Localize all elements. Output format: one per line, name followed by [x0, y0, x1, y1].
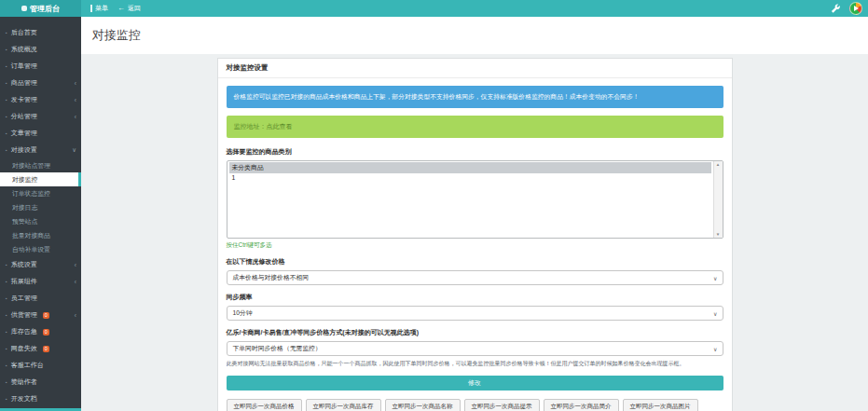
ctrl-multiselect-hint: 按住Ctrl键可多选: [227, 241, 723, 250]
gear-icon: ▪: [6, 262, 7, 267]
frequency-select[interactable]: 10分钟 ∨: [227, 306, 723, 321]
brand-label: 管理后台: [30, 4, 60, 14]
scroll-down-icon[interactable]: ▼: [716, 232, 720, 237]
sidebar-item-staff[interactable]: ▪员工管理: [0, 290, 81, 307]
chevron-left-icon: ‹: [75, 279, 76, 285]
sidebar-item-service-workbench[interactable]: ▪客服工作台: [0, 357, 81, 374]
sidebar-item-sponsor[interactable]: ▪赞助作者: [0, 374, 81, 390]
sidebar-item-supply[interactable]: ▪供货管理0‹: [0, 307, 81, 323]
sidebar-item-orders[interactable]: ▪订单管理: [0, 58, 81, 75]
sidebar-item-articles[interactable]: ▪文章管理: [0, 125, 81, 142]
back-button[interactable]: ← 返回: [117, 4, 141, 13]
sync-image-button[interactable]: 立即同步一次商品图片: [623, 399, 698, 411]
chevron-left-icon: ‹: [75, 114, 76, 120]
condition-select[interactable]: 成本价格与对接价格不相同 ∨: [227, 270, 723, 285]
info-alert: 价格监控可以监控已对接的商品成本价格和商品上下架，部分对接类型不支持价格同步，仅…: [227, 86, 723, 108]
chevron-left-icon: ‹: [75, 262, 76, 268]
docking-monitor-panel: 对接监控设置 价格监控可以监控已对接的商品成本价格和商品上下架，部分对接类型不支…: [217, 58, 733, 411]
article-icon: ▪: [6, 130, 7, 136]
chevron-left-icon: ‹: [75, 80, 76, 87]
topbar: 管理后台 菜单 ← 返回: [0, 0, 868, 17]
category-option[interactable]: 未分类商品: [229, 162, 711, 173]
sidebar-item-batch-docking[interactable]: 批量对接商品: [0, 228, 81, 242]
condition-label: 在以下情况修改价格: [227, 257, 723, 267]
overview-icon: ▪: [6, 47, 7, 52]
user-avatar[interactable]: [849, 2, 862, 15]
doc-icon: ▪: [6, 396, 7, 402]
goods-icon: ▪: [6, 80, 7, 86]
sidebar-item-label: 供货管理: [11, 310, 37, 320]
save-button[interactable]: 修改: [227, 376, 723, 390]
sidebar-item-label: 员工管理: [11, 294, 37, 303]
sidebar-item-label: 系统设置: [11, 260, 37, 269]
play-icon: [854, 6, 859, 11]
category-option[interactable]: 1: [229, 173, 711, 182]
page-title: 对接监控: [92, 27, 141, 44]
sidebar-item-auto-reorder[interactable]: 自动补单设置: [0, 242, 81, 256]
sidebar-item-label: 对接监控: [12, 175, 37, 185]
listbox-scrollbar[interactable]: ▲ ▼: [713, 161, 723, 238]
sidebar-item-label: 后台首页: [11, 28, 37, 37]
chevron-down-icon: ∨: [72, 146, 76, 154]
sidebar-item-docking-monitor[interactable]: 对接监控: [0, 172, 81, 186]
sidebar-item-label: 网盘失效: [11, 344, 37, 353]
sync-intro-button[interactable]: 立即同步一次商品简介: [544, 399, 619, 411]
sidebar-item-faka[interactable]: ▪发卡管理‹: [0, 91, 81, 108]
sidebar-item-overview[interactable]: ▪系统概况: [0, 41, 81, 58]
sidebar-item-label: 分站管理: [11, 112, 37, 121]
panel-title: 对接监控设置: [218, 59, 732, 78]
chevron-down-icon: ∨: [713, 275, 717, 281]
sidebar-item-goods[interactable]: ▪商品管理‹: [0, 75, 81, 91]
main-content: 对接监控 对接监控设置 价格监控可以监控已对接的商品成本价格和商品上下架，部分对…: [81, 17, 868, 411]
sidebar-item-system-settings[interactable]: ▪系统设置‹: [0, 256, 81, 273]
scroll-up-icon[interactable]: ▲: [716, 162, 720, 167]
sync-price-button[interactable]: 立即同步一次商品价格: [227, 399, 302, 411]
sidebar-item-label: 批量对接商品: [12, 231, 50, 240]
menu-toggle[interactable]: 菜单: [90, 4, 108, 13]
monitor-address-link[interactable]: 监控地址：点此查看: [227, 116, 723, 138]
sidebar-item-extensions[interactable]: ▪拓展组件‹: [0, 273, 81, 290]
stock-icon: ▪: [6, 329, 7, 335]
sidebar-item-label: 对接日志: [12, 203, 37, 212]
site-icon: ▪: [6, 114, 7, 119]
listbox-options: 未分类商品 1: [227, 161, 723, 183]
sidebar-item-label: 开发文档: [11, 394, 37, 404]
menu-toggle-icon: [90, 5, 92, 12]
sidebar-item-order-status-monitor[interactable]: 订单状态监控: [0, 186, 81, 200]
disk-icon: ▪: [6, 346, 7, 351]
sidebar: ▪后台首页 ▪系统概况 ▪订单管理 ▪商品管理‹ ▪发卡管理‹ ▪分站管理‹ ▪…: [0, 17, 81, 411]
brand[interactable]: 管理后台: [0, 0, 81, 17]
sidebar-item-docking-settings[interactable]: ▪对接设置∨: [0, 142, 81, 158]
chevron-down-icon: ∨: [713, 310, 717, 317]
sidebar-item-home[interactable]: ▪后台首页: [0, 24, 81, 41]
back-arrow-icon: ←: [117, 5, 125, 12]
sidebar-item-dev-docs[interactable]: ▪开发文档: [0, 390, 81, 407]
sidebar-item-docking-sites[interactable]: 对接站点管理: [0, 158, 81, 172]
chevron-left-icon: ‹: [75, 97, 76, 103]
sidebar-item-label: 客服工作台: [11, 361, 44, 370]
sidebar-item-label: 文章管理: [11, 129, 37, 138]
sync-stock-button[interactable]: 立即同步一次商品库存: [306, 399, 381, 411]
chevron-left-icon: ‹: [75, 312, 76, 319]
wrench-icon[interactable]: [831, 4, 841, 14]
sidebar-item-label: 赞助作者: [11, 377, 37, 387]
count-badge: 0: [43, 312, 49, 319]
sidebar-item-substation[interactable]: ▪分站管理‹: [0, 108, 81, 125]
sync-mode-select[interactable]: 下单同时同步价格（无需监控） ∨: [227, 341, 723, 356]
sync-name-button[interactable]: 立即同步一次商品名称: [385, 399, 461, 411]
sync-tip-button[interactable]: 立即同步一次商品提示: [464, 399, 540, 411]
category-multiselect[interactable]: 未分类商品 1 ▲ ▼: [227, 160, 723, 239]
brand-icon: [21, 6, 27, 11]
sidebar-item-label: 库存告急: [11, 327, 37, 336]
content-body: 对接监控设置 价格监控可以监控已对接的商品成本价格和商品上下架，部分对接类型不支…: [81, 54, 868, 411]
plugin-icon: ▪: [6, 279, 7, 284]
category-label: 选择要监控的商品类别: [227, 147, 723, 157]
sidebar-item-docking-log[interactable]: 对接日志: [0, 200, 81, 214]
home-icon: ▪: [6, 30, 7, 35]
service-icon: ▪: [6, 363, 7, 368]
sidebar-item-stock-alert[interactable]: ▪库存告急0: [0, 323, 81, 340]
sidebar-item-label: 系统概况: [11, 45, 37, 54]
sidebar-item-netdisk-invalid[interactable]: ▪网盘失效0: [0, 340, 81, 357]
sidebar-item-warning-sites[interactable]: 预警站点: [0, 214, 81, 228]
sidebar-item-label: 订单状态监控: [12, 189, 50, 199]
